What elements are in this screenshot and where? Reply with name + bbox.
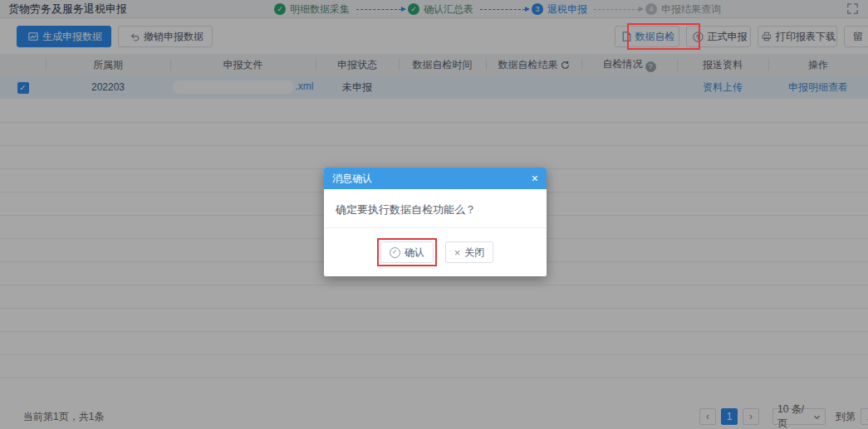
dialog-footer: ✓ 确认 × 关闭 [324, 227, 547, 276]
close-icon[interactable]: × [532, 173, 538, 184]
dialog-message: 确定要执行数据自检功能么？ [324, 189, 547, 227]
button-label: 关闭 [464, 247, 484, 257]
x-icon: × [454, 247, 461, 258]
check-circle-icon: ✓ [390, 247, 400, 258]
button-label: 确认 [405, 247, 424, 257]
dialog-titlebar: 消息确认 × [324, 168, 547, 189]
annotation-box-confirm: ✓ 确认 [377, 238, 437, 266]
confirm-button[interactable]: ✓ 确认 [380, 241, 434, 263]
confirm-dialog: 消息确认 × 确定要执行数据自检功能么？ ✓ 确认 × 关闭 [324, 168, 547, 276]
dialog-title: 消息确认 [332, 172, 372, 186]
dialog-close-button[interactable]: × 关闭 [445, 241, 494, 263]
